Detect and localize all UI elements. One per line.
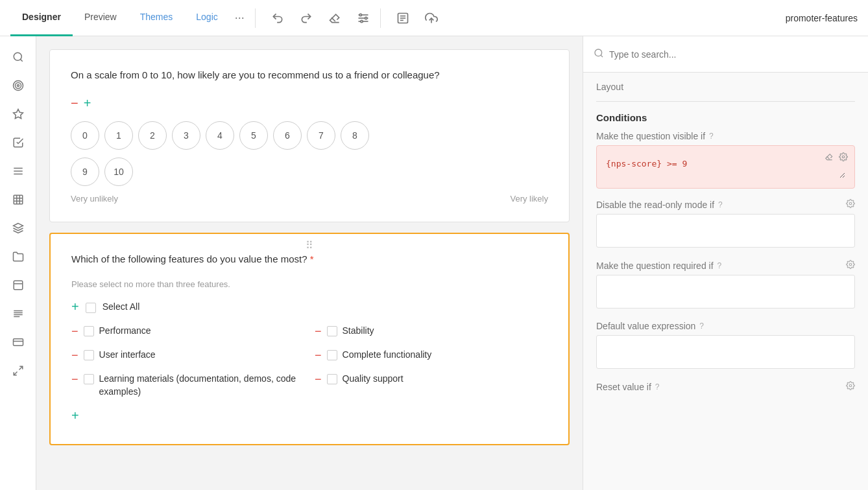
center-content: On a scale from 0 to 10, how likely are … bbox=[36, 36, 583, 490]
publish-button[interactable] bbox=[420, 6, 443, 30]
svg-marker-16 bbox=[13, 110, 23, 119]
performance-checkbox[interactable] bbox=[84, 326, 94, 336]
reset-value-label: Reset value if ? bbox=[596, 381, 855, 392]
nps-option-9[interactable]: 9 bbox=[71, 158, 99, 186]
docs-button[interactable] bbox=[391, 6, 415, 30]
tab-preview[interactable]: Preview bbox=[73, 0, 128, 36]
svg-rect-20 bbox=[14, 195, 23, 204]
search-sidebar-icon[interactable] bbox=[5, 44, 31, 70]
target-sidebar-icon[interactable] bbox=[5, 73, 31, 99]
right-content: Layout Conditions Make the question visi… bbox=[583, 73, 868, 415]
svg-point-39 bbox=[849, 202, 852, 205]
top-nav: Designer Preview Themes Logic ··· prom bbox=[0, 0, 868, 36]
quality-checkbox[interactable] bbox=[327, 374, 337, 384]
tab-designer[interactable]: Designer bbox=[10, 0, 73, 36]
search-input[interactable] bbox=[609, 49, 858, 60]
select-all-checkbox[interactable] bbox=[86, 303, 96, 313]
text-sidebar-icon[interactable] bbox=[5, 301, 31, 327]
ui-checkbox[interactable] bbox=[84, 350, 94, 360]
ui-label: User interface bbox=[99, 349, 156, 362]
stability-checkbox[interactable] bbox=[327, 326, 337, 336]
learning-label: Learning materials (documentation, demos… bbox=[99, 373, 304, 398]
panel-sidebar-icon[interactable] bbox=[5, 272, 31, 298]
nps-option-0[interactable]: 0 bbox=[71, 121, 99, 150]
remove-complete-button[interactable]: − bbox=[315, 349, 322, 362]
nps-option-6[interactable]: 6 bbox=[273, 121, 302, 150]
drag-handle[interactable]: ⠿ bbox=[306, 239, 313, 251]
nps-controls: − + bbox=[71, 96, 548, 111]
more-menu-button[interactable]: ··· bbox=[230, 8, 250, 27]
right-sidebar: Layout Conditions Make the question visi… bbox=[583, 36, 868, 490]
gear-condition-icon[interactable] bbox=[839, 152, 848, 163]
remove-quality-button[interactable]: − bbox=[315, 373, 322, 386]
nps-question-card: On a scale from 0 to 10, how likely are … bbox=[49, 49, 570, 222]
make-visible-label: Make the question visible if ? bbox=[596, 131, 855, 141]
check-sidebar-icon[interactable] bbox=[5, 130, 31, 156]
layout-section[interactable]: Layout bbox=[596, 73, 855, 102]
nps-option-7[interactable]: 7 bbox=[307, 121, 335, 150]
card-sidebar-icon[interactable] bbox=[5, 329, 31, 355]
nps-label-left: Very unlikely bbox=[71, 194, 118, 204]
required-star: * bbox=[310, 253, 314, 264]
disable-readonly-section: Disable the read-only mode if ? bbox=[596, 199, 855, 250]
nps-option-1[interactable]: 1 bbox=[104, 121, 133, 150]
disable-readonly-input[interactable] bbox=[596, 214, 855, 248]
select-all-row: + Select All bbox=[71, 299, 548, 314]
make-visible-section: Make the question visible if ? {nps-scor… bbox=[596, 131, 855, 189]
nps-option-10[interactable]: 10 bbox=[104, 158, 133, 186]
nps-option-5[interactable]: 5 bbox=[239, 121, 268, 150]
eraser-condition-icon[interactable] bbox=[825, 152, 834, 163]
complete-checkbox[interactable] bbox=[327, 350, 337, 360]
disable-readonly-help-icon[interactable]: ? bbox=[718, 200, 723, 209]
tab-themes[interactable]: Themes bbox=[128, 0, 185, 36]
conditions-title: Conditions bbox=[596, 102, 855, 131]
reset-value-gear-icon[interactable] bbox=[846, 381, 855, 392]
nps-option-4[interactable]: 4 bbox=[206, 121, 234, 150]
choice-quality-support: − Quality support bbox=[315, 370, 548, 401]
make-required-gear-icon[interactable] bbox=[846, 260, 855, 271]
select-all-label: Select All bbox=[102, 301, 140, 314]
nav-separator bbox=[255, 8, 256, 28]
svg-line-37 bbox=[601, 55, 603, 57]
star-sidebar-icon[interactable] bbox=[5, 101, 31, 127]
make-required-input[interactable] bbox=[596, 275, 855, 309]
default-value-input[interactable] bbox=[596, 335, 855, 369]
nav-separator-2 bbox=[380, 8, 381, 28]
settings-button[interactable] bbox=[352, 6, 375, 30]
layout-label: Layout bbox=[596, 82, 623, 92]
remove-ui-button[interactable]: − bbox=[71, 349, 78, 362]
visible-expression-input[interactable]: {nps-score} >= 9 bbox=[606, 154, 845, 178]
choice-learning: − Learning materials (documentation, dem… bbox=[71, 370, 304, 401]
svg-point-38 bbox=[842, 156, 845, 158]
table-sidebar-icon[interactable] bbox=[5, 187, 31, 213]
remove-performance-button[interactable]: − bbox=[71, 325, 78, 338]
nps-option-2[interactable]: 2 bbox=[138, 121, 167, 150]
resize-sidebar-icon[interactable] bbox=[5, 358, 31, 384]
learning-checkbox[interactable] bbox=[84, 374, 94, 384]
nps-plus-button[interactable]: + bbox=[84, 96, 91, 111]
remove-learning-button[interactable]: − bbox=[71, 373, 78, 386]
add-choice-button[interactable]: + bbox=[71, 408, 79, 423]
nps-minus-button[interactable]: − bbox=[71, 96, 78, 111]
nps-option-8[interactable]: 8 bbox=[341, 121, 369, 150]
make-required-section: Make the question required if ? bbox=[596, 260, 855, 310]
default-value-section: Default value expression ? bbox=[596, 321, 855, 371]
disable-readonly-gear-icon[interactable] bbox=[846, 199, 855, 210]
remove-stability-button[interactable]: − bbox=[315, 325, 322, 338]
default-value-help-icon[interactable]: ? bbox=[699, 321, 704, 331]
reset-value-help-icon[interactable]: ? bbox=[655, 382, 660, 391]
undo-button[interactable] bbox=[266, 6, 289, 30]
nps-labels: Very unlikely Very likely bbox=[71, 194, 548, 204]
list-sidebar-icon[interactable] bbox=[5, 158, 31, 184]
left-sidebar bbox=[0, 36, 36, 490]
nps-option-3[interactable]: 3 bbox=[172, 121, 200, 150]
layers-sidebar-icon[interactable] bbox=[5, 215, 31, 241]
tab-logic[interactable]: Logic bbox=[184, 0, 229, 36]
eraser-button[interactable] bbox=[323, 6, 346, 30]
make-required-help-icon[interactable]: ? bbox=[717, 261, 722, 270]
make-visible-help-icon[interactable]: ? bbox=[709, 132, 714, 141]
add-select-all-button[interactable]: + bbox=[71, 299, 79, 314]
folder-sidebar-icon[interactable] bbox=[5, 244, 31, 270]
redo-button[interactable] bbox=[295, 6, 318, 30]
visible-condition-block: {nps-score} >= 9 bbox=[596, 145, 855, 189]
